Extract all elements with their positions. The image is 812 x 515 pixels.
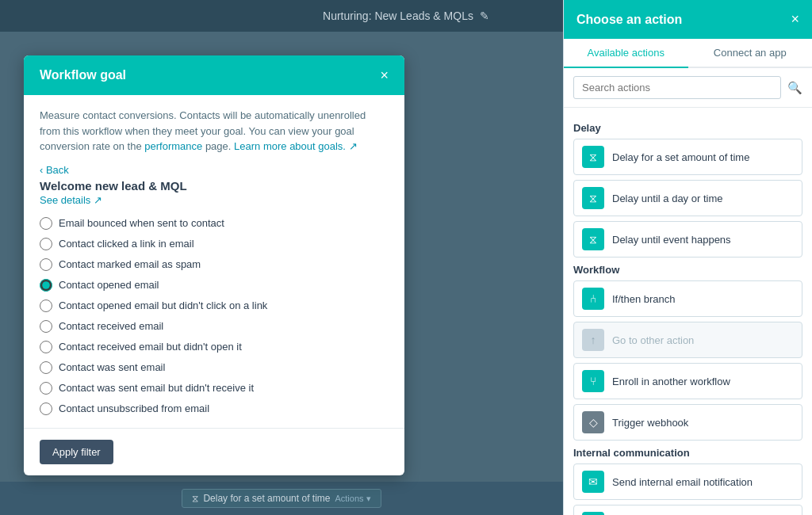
action-label-w1: If/then branch xyxy=(612,293,676,305)
actions-list: Delay⧖Delay for a set amount of time⧖Del… xyxy=(564,108,812,515)
search-icon-button[interactable]: 🔍 xyxy=(787,81,802,95)
radio-label-r1: Email bounced when sent to contact xyxy=(59,217,224,229)
radio-item: Contact received email xyxy=(40,320,389,333)
modal-title: Workflow goal xyxy=(40,68,126,82)
modal-close-button[interactable]: × xyxy=(380,68,389,82)
action-item-w1[interactable]: ⑃If/then branch xyxy=(573,280,802,317)
radio-label-r4: Contact opened email xyxy=(59,279,159,291)
workflow-title: Nurturing: New Leads & MQLs xyxy=(323,10,473,22)
back-label: ‹ Back xyxy=(40,164,69,176)
radio-r2[interactable] xyxy=(40,238,52,250)
action-icon-w1: ⑃ xyxy=(582,288,604,310)
radio-r3[interactable] xyxy=(40,258,52,271)
action-item-d1[interactable]: ⧖Delay for a set amount of time xyxy=(573,139,802,175)
action-icon-w2: ↑ xyxy=(582,329,604,351)
radio-item: Email bounced when sent to contact xyxy=(40,217,389,230)
apply-filter-button[interactable]: Apply filter xyxy=(40,440,113,464)
action-item-w3[interactable]: ⑂Enroll in another workflow xyxy=(573,363,802,399)
radio-label-r9: Contact was sent email but didn't receiv… xyxy=(59,382,254,394)
radio-r10[interactable] xyxy=(40,402,52,415)
workflow-goal-modal: Workflow goal × Measure contact conversi… xyxy=(24,55,404,475)
back-link[interactable]: ‹ Back xyxy=(40,164,389,176)
filter-options-list: Email bounced when sent to contactContac… xyxy=(40,217,389,415)
radio-r1[interactable] xyxy=(40,217,52,230)
radio-r9[interactable] xyxy=(40,382,52,395)
performance-link[interactable]: performance xyxy=(144,140,202,152)
edit-icon[interactable]: ✎ xyxy=(480,10,489,22)
radio-item: Contact opened email xyxy=(40,279,389,292)
tab-connect[interactable]: Connect an app xyxy=(688,39,813,68)
search-input[interactable] xyxy=(573,76,781,99)
action-label-d1: Delay for a set amount of time xyxy=(612,151,749,163)
modal-overlay: Workflow goal × Measure contact conversi… xyxy=(0,32,428,515)
action-label-d3: Delay until event happens xyxy=(612,234,731,246)
action-label-w3: Enroll in another workflow xyxy=(612,376,730,387)
see-details-link[interactable]: See details ↗ xyxy=(40,194,389,206)
action-icon-w4: ◇ xyxy=(582,411,604,433)
radio-label-r10: Contact unsubscribed from email xyxy=(59,402,209,414)
section-label-delay: Delay xyxy=(573,122,802,134)
action-item-i1[interactable]: ✉Send internal email notification xyxy=(573,464,802,500)
see-details-label: See details ↗ xyxy=(40,194,102,206)
modal-description: Measure contact conversions. Contacts wi… xyxy=(40,108,389,154)
radio-item: Contact received email but didn't open i… xyxy=(40,341,389,353)
radio-item: Contact clicked a link in email xyxy=(40,238,389,250)
radio-item: Contact unsubscribed from email xyxy=(40,402,389,415)
action-icon-d2: ⧖ xyxy=(582,187,604,209)
radio-item: Contact was sent email but didn't receiv… xyxy=(40,382,389,395)
action-item-i2[interactable]: ✉Send internal marketing email xyxy=(573,505,802,515)
radio-r4[interactable] xyxy=(40,279,52,292)
action-label-w4: Trigger webhook xyxy=(612,417,688,429)
action-item-d3[interactable]: ⧖Delay until event happens xyxy=(573,221,802,258)
learn-more-link[interactable]: Learn more about goals. ↗ xyxy=(234,140,358,152)
section-label-workflow: Workflow xyxy=(573,264,802,276)
panel-title: Choose an action xyxy=(576,13,682,27)
action-item-w4[interactable]: ◇Trigger webhook xyxy=(573,404,802,441)
panel-header: Choose an action × xyxy=(564,0,812,39)
right-panel: Choose an action × Available actionsConn… xyxy=(563,0,812,515)
action-label-w2: Go to other action xyxy=(612,334,694,346)
section-label-internal: Internal communication xyxy=(573,447,802,459)
action-icon-i1: ✉ xyxy=(582,471,604,493)
panel-close-button[interactable]: × xyxy=(791,11,799,28)
radio-label-r8: Contact was sent email xyxy=(59,361,165,373)
radio-item: Contact was sent email xyxy=(40,361,389,374)
search-bar: 🔍 xyxy=(564,68,812,108)
radio-r5[interactable] xyxy=(40,299,52,312)
filter-title: Welcome new lead & MQL xyxy=(40,179,389,193)
action-icon-i2: ✉ xyxy=(582,512,604,515)
action-item-d2[interactable]: ⧖Delay until a day or time xyxy=(573,180,802,216)
tab-available[interactable]: Available actions xyxy=(564,39,688,68)
radio-r8[interactable] xyxy=(40,361,52,374)
radio-label-r3: Contact marked email as spam xyxy=(59,258,201,270)
action-label-i1: Send internal email notification xyxy=(612,476,753,488)
radio-label-r6: Contact received email xyxy=(59,320,163,332)
action-label-d2: Delay until a day or time xyxy=(612,193,722,204)
action-icon-d1: ⧖ xyxy=(582,146,604,168)
radio-label-r2: Contact clicked a link in email xyxy=(59,238,194,250)
panel-tabs: Available actionsConnect an app xyxy=(564,39,812,68)
radio-item: Contact marked email as spam xyxy=(40,258,389,271)
action-item-w2: ↑Go to other action xyxy=(573,322,802,358)
modal-body: Measure contact conversions. Contacts wi… xyxy=(24,95,404,428)
radio-r7[interactable] xyxy=(40,341,52,353)
radio-label-r5: Contact opened email but didn't click on… xyxy=(59,299,267,311)
radio-r6[interactable] xyxy=(40,320,52,333)
radio-item: Contact opened email but didn't click on… xyxy=(40,299,389,312)
modal-footer: Apply filter xyxy=(24,428,404,475)
radio-label-r7: Contact received email but didn't open i… xyxy=(59,341,242,353)
action-icon-w3: ⑂ xyxy=(582,370,604,392)
description-suffix: page. xyxy=(205,140,232,152)
action-icon-d3: ⧖ xyxy=(582,228,604,250)
modal-header: Workflow goal × xyxy=(24,55,404,95)
